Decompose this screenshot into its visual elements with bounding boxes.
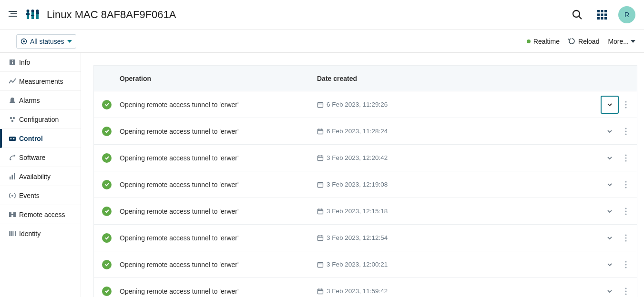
- date-text: 3 Feb 2023, 12:00:21: [327, 261, 388, 268]
- svg-point-8: [36, 10, 39, 12]
- kebab-icon: [625, 208, 627, 215]
- svg-point-95: [625, 264, 626, 265]
- status-filter-dropdown[interactable]: All statuses: [16, 34, 76, 49]
- row-menu-button[interactable]: [621, 154, 631, 162]
- kebab-icon: [625, 101, 627, 109]
- more-dropdown[interactable]: More...: [608, 38, 635, 45]
- sidebar-item-label: Availability: [19, 173, 51, 180]
- success-check-icon: [102, 207, 112, 216]
- date-text: 3 Feb 2023, 12:19:08: [327, 181, 388, 188]
- svg-point-74: [625, 184, 626, 185]
- table-header: Operation Date created: [94, 66, 637, 91]
- info-icon: [9, 59, 19, 66]
- chevron-down-icon: [607, 263, 613, 267]
- row-menu-button[interactable]: [621, 208, 631, 215]
- svg-rect-10: [31, 15, 34, 16]
- svg-point-67: [625, 157, 626, 158]
- sidebar-item-control[interactable]: Control: [0, 129, 81, 148]
- expand-row-button[interactable]: [601, 96, 619, 114]
- sidebar-item-measurements[interactable]: Measurements: [0, 72, 81, 91]
- sidebar-item-software[interactable]: Software: [0, 148, 81, 167]
- control-icon: [9, 135, 19, 142]
- success-check-icon: [102, 153, 112, 163]
- table-row: Opening remote access tunnel to 'erwer'3…: [94, 278, 637, 297]
- expand-row-button[interactable]: [601, 149, 619, 167]
- chevron-down-icon: [607, 236, 613, 240]
- svg-point-29: [13, 117, 15, 119]
- svg-rect-11: [36, 12, 39, 14]
- chevron-down-icon: [607, 129, 613, 133]
- row-menu-button[interactable]: [621, 261, 631, 268]
- alarms-icon: [9, 97, 19, 104]
- row-menu-button[interactable]: [621, 128, 631, 135]
- chevron-down-icon: [631, 40, 635, 43]
- expand-row-button[interactable]: [601, 202, 619, 220]
- svg-rect-69: [318, 182, 323, 187]
- svg-rect-27: [12, 60, 13, 61]
- nav-toggle-button[interactable]: [9, 10, 18, 20]
- status-filter-label: All statuses: [30, 38, 64, 45]
- sidebar-item-alarms[interactable]: Alarms: [0, 91, 81, 110]
- svg-point-30: [11, 119, 13, 121]
- svg-rect-16: [604, 10, 607, 12]
- svg-point-59: [625, 128, 626, 129]
- avatar[interactable]: R: [618, 6, 635, 23]
- sidebar-item-label: Identity: [19, 230, 41, 238]
- svg-point-7: [31, 10, 34, 12]
- sidebar-item-label: Configuration: [19, 116, 59, 123]
- status-cell: [94, 260, 120, 269]
- svg-rect-46: [14, 231, 15, 236]
- chevron-down-icon: [607, 103, 613, 107]
- svg-point-32: [10, 138, 12, 139]
- brand-logo: [25, 7, 41, 23]
- row-menu-button[interactable]: [621, 234, 631, 242]
- sidebar-item-configuration[interactable]: Configuration: [0, 110, 81, 129]
- operation-text: Opening remote access tunnel to 'erwer': [120, 234, 317, 242]
- success-check-icon: [102, 180, 112, 189]
- status-cell: [94, 287, 120, 296]
- target-icon: [20, 38, 27, 45]
- apps-button[interactable]: [593, 5, 612, 24]
- remote-access-icon: [9, 211, 19, 218]
- success-check-icon: [102, 233, 112, 243]
- svg-rect-21: [601, 17, 603, 20]
- svg-rect-35: [10, 177, 11, 179]
- expand-row-button[interactable]: [601, 122, 619, 140]
- sidebar-item-label: Alarms: [19, 97, 40, 104]
- expand-row-button[interactable]: [601, 176, 619, 194]
- svg-rect-20: [597, 17, 600, 20]
- date-cell: 6 Feb 2023, 11:29:26: [317, 101, 593, 108]
- status-cell: [94, 180, 120, 189]
- svg-rect-44: [11, 231, 12, 236]
- reload-icon: [568, 38, 575, 45]
- expand-row-button[interactable]: [601, 229, 619, 247]
- operation-text: Opening remote access tunnel to 'erwer': [120, 101, 317, 109]
- svg-point-33: [13, 138, 15, 139]
- status-cell: [94, 233, 120, 243]
- sidebar-item-events[interactable]: Events: [0, 186, 81, 205]
- sidebar-item-remote-access[interactable]: Remote access: [0, 205, 81, 224]
- expand-row-button[interactable]: [601, 282, 619, 297]
- row-menu-button[interactable]: [621, 101, 631, 109]
- events-icon: [9, 192, 19, 199]
- row-menu-button[interactable]: [621, 287, 631, 295]
- reload-button[interactable]: Reload: [568, 38, 599, 45]
- sidebar-item-label: Measurements: [19, 78, 63, 85]
- sidebar-item-info[interactable]: Info: [0, 53, 81, 72]
- svg-rect-97: [318, 289, 323, 294]
- date-text: 3 Feb 2023, 11:59:42: [327, 287, 388, 295]
- expand-row-button[interactable]: [601, 256, 619, 274]
- realtime-dot-icon: [527, 40, 531, 43]
- sidebar-item-identity[interactable]: Identity: [0, 224, 81, 243]
- svg-line-13: [579, 16, 582, 19]
- configuration-icon: [9, 116, 19, 123]
- row-menu-button[interactable]: [621, 181, 631, 188]
- svg-point-34: [10, 158, 11, 160]
- svg-rect-0: [9, 11, 17, 12]
- svg-rect-18: [601, 14, 603, 16]
- svg-rect-31: [9, 137, 16, 141]
- search-icon: [572, 9, 583, 20]
- search-button[interactable]: [568, 5, 587, 24]
- svg-point-81: [625, 210, 626, 212]
- sidebar-item-availability[interactable]: Availability: [0, 167, 81, 186]
